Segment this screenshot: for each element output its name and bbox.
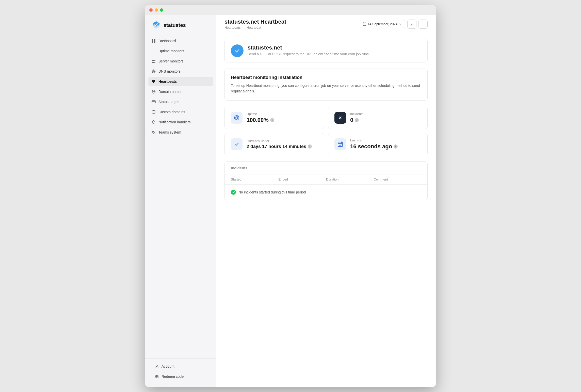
- sidebar-item-custom[interactable]: Custom domains: [148, 107, 213, 117]
- sidebar-item-status[interactable]: Status pages: [148, 97, 213, 107]
- sidebar-item-server[interactable]: Server monitors: [148, 56, 213, 66]
- content-area: statustes.net Send a GET or POST request…: [216, 33, 436, 206]
- last-run-info-icon[interactable]: i: [394, 144, 398, 149]
- sidebar-label-dns: DNS monitors: [158, 69, 181, 73]
- svg-point-32: [423, 25, 423, 25]
- col-duration: Duration: [326, 177, 374, 181]
- svg-rect-1: [154, 39, 155, 41]
- install-description: To set up Heartbeat monitoring, you can …: [231, 83, 421, 94]
- redeem-icon: [154, 374, 159, 379]
- check-small-icon: [232, 191, 235, 193]
- sidebar-item-dns[interactable]: DNS monitors: [148, 67, 213, 76]
- monitor-header-card: statustes.net Send a GET or POST request…: [224, 39, 428, 62]
- nav-bottom: Account Redeem code: [145, 358, 216, 382]
- download-button[interactable]: [407, 20, 416, 29]
- topbar-actions: 14 September, 2024: [359, 20, 428, 29]
- sidebar-item-notification[interactable]: Notification handlers: [148, 117, 213, 127]
- sidebar-item-domain[interactable]: Domain names: [148, 87, 213, 96]
- monitor-description: Send a GET or POST request to the URL be…: [248, 52, 370, 56]
- traffic-lights: [149, 8, 163, 12]
- svg-point-18: [152, 110, 155, 114]
- custom-icon: [151, 110, 156, 114]
- topbar-title-area: statustes.net Heartbeat Heartbeats - Hea…: [224, 19, 286, 29]
- svg-rect-4: [152, 50, 155, 50]
- stat-card-incidents: Incidents 0 i: [328, 107, 428, 129]
- sidebar-label-uptime: Uptime monitors: [158, 49, 184, 53]
- svg-point-24: [156, 365, 157, 367]
- svg-point-10: [154, 62, 155, 62]
- last-run-icon: [334, 138, 346, 150]
- status-icon: [151, 100, 156, 104]
- breadcrumb-parent: Heartbeats: [224, 26, 241, 29]
- incidents-info-icon[interactable]: i: [355, 118, 359, 122]
- x-circle-icon: [337, 115, 343, 121]
- titlebar: [145, 5, 436, 15]
- uptime-stat-icon: [231, 112, 243, 124]
- check-icon: [234, 48, 240, 54]
- date-picker-button[interactable]: 14 September, 2024: [359, 20, 405, 28]
- uptime-label: Uptime: [247, 112, 274, 116]
- stat-card-uptime: Uptime 100.00% i: [224, 107, 324, 129]
- last-run-label: Last run: [350, 138, 398, 142]
- app-body: statustes Dashboard Uptime monitors: [145, 15, 436, 387]
- svg-point-31: [423, 24, 423, 24]
- svg-rect-6: [152, 52, 155, 52]
- uptime-stat-info: Uptime 100.00% i: [247, 112, 274, 123]
- uptime-info-icon[interactable]: i: [270, 118, 274, 122]
- incidents-stat-icon: [334, 112, 346, 124]
- logo-text: statustes: [164, 22, 186, 28]
- calendar-check-icon: [337, 141, 343, 147]
- close-button[interactable]: [149, 8, 153, 12]
- app-window: statustes Dashboard Uptime monitors: [145, 5, 436, 387]
- col-comment: Comment: [374, 177, 422, 181]
- svg-rect-26: [363, 23, 366, 26]
- currently-up-info-icon[interactable]: i: [308, 144, 312, 149]
- sidebar-item-dashboard[interactable]: Dashboard: [148, 36, 213, 46]
- sidebar-label-status: Status pages: [158, 100, 179, 104]
- sidebar-item-heartbeats[interactable]: Heartbeats: [148, 77, 213, 86]
- no-incidents-icon: [231, 190, 236, 195]
- maximize-button[interactable]: [160, 8, 163, 12]
- calendar-icon: [363, 22, 366, 26]
- uptime-icon: [151, 49, 156, 53]
- status-circle: [231, 44, 244, 57]
- currently-up-label: Currently up for: [247, 139, 312, 143]
- notification-icon: [151, 120, 156, 124]
- more-options-button[interactable]: [418, 20, 428, 29]
- sidebar-item-redeem[interactable]: Redeem code: [151, 372, 210, 381]
- account-icon: [154, 364, 159, 369]
- uptime-value: 100.00% i: [247, 117, 274, 123]
- currently-up-stat-info: Currently up for 2 days 17 hours 14 minu…: [247, 139, 312, 149]
- sidebar-item-uptime[interactable]: Uptime monitors: [148, 46, 213, 56]
- sidebar-label-domain: Domain names: [158, 90, 182, 94]
- stats-grid: Uptime 100.00% i Incide: [224, 107, 428, 155]
- monitor-name: statustes.net: [248, 44, 370, 51]
- incidents-stat-info: Incidents 0 i: [350, 112, 363, 123]
- dns-icon: [151, 69, 156, 74]
- sidebar-label-custom: Custom domains: [158, 110, 185, 114]
- sidebar: statustes Dashboard Uptime monitors: [145, 15, 216, 387]
- teams-icon: [151, 130, 156, 135]
- sidebar-item-account[interactable]: Account: [151, 362, 210, 371]
- incidents-section-title: Incidents: [225, 162, 427, 174]
- svg-rect-0: [152, 39, 153, 41]
- minimize-button[interactable]: [155, 8, 158, 12]
- sidebar-label-heartbeats: Heartbeats: [158, 79, 177, 84]
- globe-icon: [234, 115, 239, 121]
- checkmark-icon: [234, 141, 239, 147]
- svg-rect-2: [152, 41, 153, 43]
- stat-card-currently-up: Currently up for 2 days 17 hours 14 minu…: [224, 133, 324, 155]
- more-icon: [421, 22, 425, 26]
- svg-rect-16: [152, 101, 155, 103]
- currently-up-icon: [231, 138, 243, 150]
- sidebar-label-dashboard: Dashboard: [158, 39, 176, 43]
- sidebar-label-server: Server monitors: [158, 59, 184, 63]
- col-ended: Ended: [279, 177, 326, 181]
- sidebar-label-notification: Notification handlers: [158, 120, 191, 124]
- topbar: statustes.net Heartbeat Heartbeats - Hea…: [216, 15, 436, 33]
- sidebar-item-teams[interactable]: Teams system: [148, 127, 213, 137]
- sidebar-label-account: Account: [162, 364, 174, 368]
- download-icon: [410, 22, 414, 26]
- sidebar-label-redeem: Redeem code: [162, 374, 184, 379]
- server-icon: [151, 59, 156, 63]
